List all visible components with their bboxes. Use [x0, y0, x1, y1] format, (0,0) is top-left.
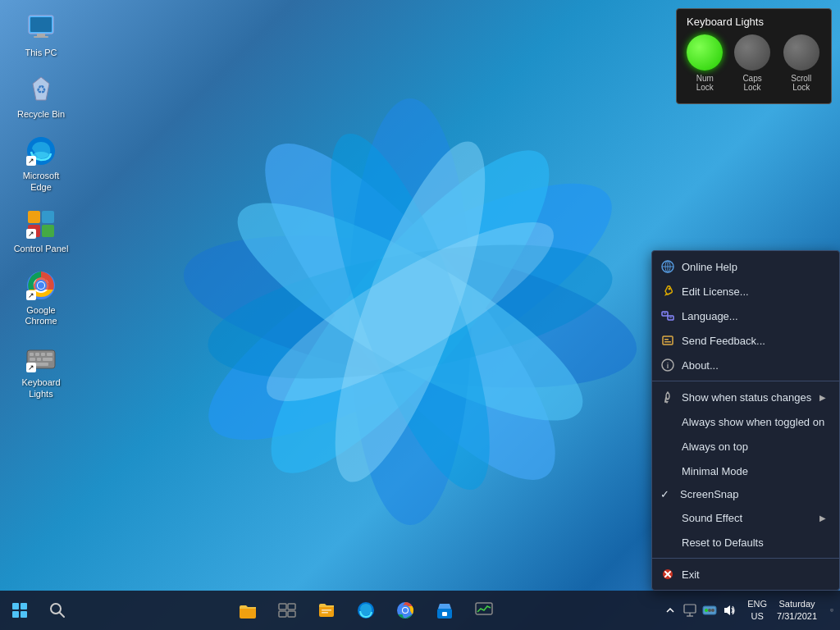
svg-point-2	[226, 109, 594, 515]
desktop-icon-control-panel[interactable]: ↗ Control Panel	[8, 204, 74, 258]
clock-time: Saturday	[777, 598, 817, 610]
cm-reset-defaults[interactable]: Reset to Defaults	[652, 530, 839, 555]
svg-point-8	[306, 126, 514, 496]
shortcut-arrow-chrome: ↗	[26, 290, 36, 300]
start-button[interactable]	[0, 591, 39, 630]
chevron-up-icon	[665, 605, 675, 615]
desktop: This PC ♻ Recycle Bin ↗ Micro	[0, 0, 840, 630]
svg-point-0	[179, 140, 642, 484]
kl-tray-icon[interactable]	[701, 602, 718, 619]
exit-icon	[660, 567, 675, 582]
taskbar-clock[interactable]: Saturday 7/31/2021	[770, 598, 824, 623]
svg-point-81	[708, 609, 711, 612]
cm-exit-label: Exit	[682, 568, 826, 581]
lang-line1: ENG	[747, 598, 767, 610]
cm-edit-license[interactable]: Edit License...	[652, 279, 839, 304]
svg-rect-19	[42, 211, 54, 223]
svg-rect-30	[30, 353, 34, 356]
kl-tray-icon-svg	[702, 603, 717, 618]
svg-rect-47	[663, 336, 673, 345]
cm-always-show-toggled-label: Always show when toggled on	[682, 416, 826, 428]
svg-rect-48	[664, 339, 669, 340]
send-feedback-icon	[660, 333, 675, 348]
cm-exit[interactable]: Exit	[652, 562, 839, 587]
svg-point-59	[51, 604, 61, 614]
speaker-tray-icon[interactable]	[721, 602, 737, 619]
notification-center-button[interactable]	[824, 602, 840, 619]
cm-always-on-top[interactable]: Always on top	[652, 434, 839, 459]
svg-rect-66	[319, 605, 334, 617]
cm-show-when-status-label: Show when status changes	[682, 391, 813, 404]
svg-point-7	[299, 117, 521, 505]
svg-point-42	[669, 288, 671, 290]
svg-marker-83	[724, 605, 730, 615]
cm-screensnap-label: ScreenSnap	[680, 488, 826, 500]
network-tray-icon[interactable]	[682, 602, 698, 619]
cm-send-feedback[interactable]: Send Feedback...	[652, 328, 839, 353]
svg-rect-64	[279, 611, 286, 617]
taskbar-edge[interactable]	[348, 592, 384, 628]
scroll-lock-item[interactable]: Scroll Lock	[782, 34, 822, 92]
taskbar: ENG US Saturday 7/31/2021	[0, 591, 840, 630]
edge-label: Microsoft Edge	[11, 171, 71, 192]
kl-widget: Keyboard Lights Num Lock Caps Lock Scrol…	[676, 8, 832, 104]
desktop-icon-google-chrome[interactable]: ↗ Google Chrome	[8, 266, 74, 330]
svg-rect-61	[240, 607, 256, 619]
cm-always-show-toggled[interactable]: Always show when toggled on	[652, 409, 839, 434]
svg-rect-32	[41, 353, 45, 356]
scroll-lock-light[interactable]	[783, 34, 819, 71]
show-when-status-icon	[660, 390, 675, 404]
cm-online-help-label: Online Help	[682, 261, 826, 273]
tray-overflow-button[interactable]	[662, 602, 678, 619]
cm-minimal-mode[interactable]: Minimal Mode	[652, 459, 839, 483]
network-icon	[682, 603, 697, 618]
search-button[interactable]	[39, 592, 75, 628]
cm-screensnap[interactable]: ✓ ScreenSnap	[652, 483, 839, 505]
caps-lock-item[interactable]: Caps Lock	[733, 34, 772, 92]
svg-rect-12	[37, 34, 45, 36]
lang-line2: US	[747, 610, 767, 623]
cm-online-help[interactable]: Online Help	[652, 254, 839, 279]
taskbar-store[interactable]	[427, 592, 463, 628]
taskbar-file-manager[interactable]	[308, 592, 345, 628]
task-view-icon	[277, 600, 297, 620]
svg-rect-33	[47, 353, 52, 356]
desktop-icon-this-pc[interactable]: This PC	[8, 8, 74, 62]
taskbar-icons	[75, 592, 655, 628]
cm-show-when-status[interactable]: Show when status changes ▶	[652, 385, 839, 409]
svg-rect-62	[279, 604, 286, 609]
svg-point-80	[705, 609, 708, 612]
kl-lights-container: Num Lock Caps Lock Scroll Lock	[687, 34, 821, 92]
file-manager-icon	[317, 600, 336, 620]
this-pc-icon	[25, 11, 57, 44]
num-lock-light[interactable]	[687, 34, 723, 71]
desktop-icon-recycle-bin[interactable]: ♻ Recycle Bin	[8, 70, 74, 123]
language-icon	[660, 308, 675, 323]
taskbar-language[interactable]: ENG US	[744, 598, 770, 623]
taskbar-task-view[interactable]	[269, 592, 305, 628]
cm-send-feedback-label: Send Feedback...	[682, 335, 826, 347]
svg-line-60	[60, 613, 64, 617]
svg-rect-49	[664, 341, 671, 343]
desktop-icon-keyboard-lights[interactable]: ↗ KeyboardLights	[8, 338, 74, 402]
svg-rect-65	[288, 611, 295, 617]
svg-rect-63	[288, 604, 295, 609]
svg-point-28	[38, 282, 44, 289]
edge-icon: ↗	[25, 135, 57, 167]
taskbar-file-explorer[interactable]	[230, 592, 266, 628]
cm-sound-effect-arrow: ▶	[819, 514, 826, 523]
taskbar-monitor[interactable]	[466, 592, 502, 628]
cm-language[interactable]: Language...	[652, 304, 839, 328]
recycle-bin-label: Recycle Bin	[17, 109, 65, 120]
caps-lock-light[interactable]	[734, 34, 770, 71]
recycle-bin-icon: ♻	[25, 73, 57, 106]
cm-sound-effect[interactable]: Sound Effect ▶	[652, 505, 839, 530]
kl-widget-title: Keyboard Lights	[687, 16, 821, 28]
desktop-icon-microsoft-edge[interactable]: ↗ Microsoft Edge	[8, 131, 74, 195]
svg-point-82	[711, 609, 714, 612]
taskbar-chrome-icon	[395, 600, 415, 620]
num-lock-item[interactable]: Num Lock	[687, 34, 724, 92]
taskbar-chrome[interactable]	[387, 592, 423, 628]
cm-reset-defaults-icon	[660, 535, 675, 550]
cm-about[interactable]: i About...	[652, 353, 839, 377]
